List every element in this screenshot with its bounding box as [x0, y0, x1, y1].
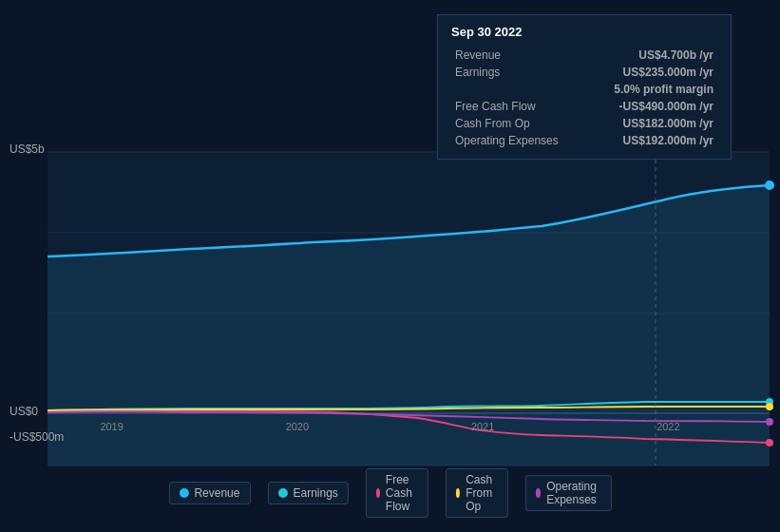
- chart-area: US$5b US$0 -US$500m 2019 2020 2021 2022 …: [0, 0, 780, 484]
- tooltip-value-earnings: US$235.000m /yr: [586, 64, 717, 81]
- tooltip-label-margin: [451, 81, 586, 98]
- legend-item-opex[interactable]: Operating Expenses: [525, 475, 612, 511]
- tooltip-value-margin: 5.0% profit margin: [586, 81, 717, 98]
- tooltip-row-revenue: Revenue US$4.700b /yr: [451, 47, 717, 64]
- legend-item-revenue[interactable]: Revenue: [168, 482, 250, 504]
- legend-item-earnings[interactable]: Earnings: [267, 482, 348, 504]
- tooltip-label-opex: Operating Expenses: [451, 132, 586, 149]
- tooltip-title: Sep 30 2022: [451, 25, 717, 39]
- legend-dot-opex: [536, 488, 541, 498]
- x-label-2019: 2019: [100, 421, 123, 432]
- legend-dot-revenue: [179, 488, 188, 498]
- x-label-2020: 2020: [286, 421, 309, 432]
- legend-dot-fcf: [376, 488, 380, 498]
- legend-label-fcf: Free Cash Flow: [386, 473, 418, 513]
- legend-label-revenue: Revenue: [194, 486, 239, 500]
- legend-dot-earnings: [277, 488, 287, 498]
- svg-point-11: [766, 403, 773, 410]
- tooltip-row-cashop: Cash From Op US$182.000m /yr: [451, 115, 717, 132]
- x-axis: 2019 2020 2021 2022: [0, 421, 780, 432]
- tooltip-row-fcf: Free Cash Flow -US$490.000m /yr: [451, 98, 717, 115]
- tooltip-label-revenue: Revenue: [451, 47, 586, 64]
- tooltip-value-opex: US$192.000m /yr: [586, 132, 717, 149]
- x-label-2022: 2022: [656, 421, 679, 432]
- y-axis-top-label: US$5b: [10, 142, 45, 156]
- tooltip-row-earnings: Earnings US$235.000m /yr: [451, 64, 717, 81]
- tooltip-table: Revenue US$4.700b /yr Earnings US$235.00…: [451, 47, 717, 149]
- tooltip-value-revenue: US$4.700b /yr: [586, 47, 717, 64]
- tooltip-label-cashop: Cash From Op: [451, 115, 586, 132]
- tooltip-label-earnings: Earnings: [451, 64, 586, 81]
- tooltip-row-margin: 5.0% profit margin: [451, 81, 717, 98]
- tooltip: Sep 30 2022 Revenue US$4.700b /yr Earnin…: [437, 14, 732, 160]
- legend-dot-cashop: [456, 488, 460, 498]
- tooltip-value-cashop: US$182.000m /yr: [586, 115, 717, 132]
- y-axis-zero-label: US$0: [10, 405, 38, 418]
- svg-point-8: [765, 180, 774, 190]
- legend-label-cashop: Cash From Op: [466, 473, 498, 513]
- svg-point-10: [766, 439, 773, 446]
- y-axis-neg-label: -US$500m: [10, 430, 64, 444]
- legend-item-fcf[interactable]: Free Cash Flow: [366, 468, 428, 518]
- tooltip-row-opex: Operating Expenses US$192.000m /yr: [451, 132, 717, 149]
- tooltip-label-fcf: Free Cash Flow: [451, 98, 586, 115]
- x-label-2021: 2021: [471, 421, 494, 432]
- legend-label-earnings: Earnings: [293, 486, 337, 500]
- tooltip-value-fcf: -US$490.000m /yr: [586, 98, 717, 115]
- legend-label-opex: Operating Expenses: [546, 480, 600, 506]
- legend-item-cashop[interactable]: Cash From Op: [446, 468, 508, 518]
- legend: Revenue Earnings Free Cash Flow Cash Fro…: [168, 468, 611, 518]
